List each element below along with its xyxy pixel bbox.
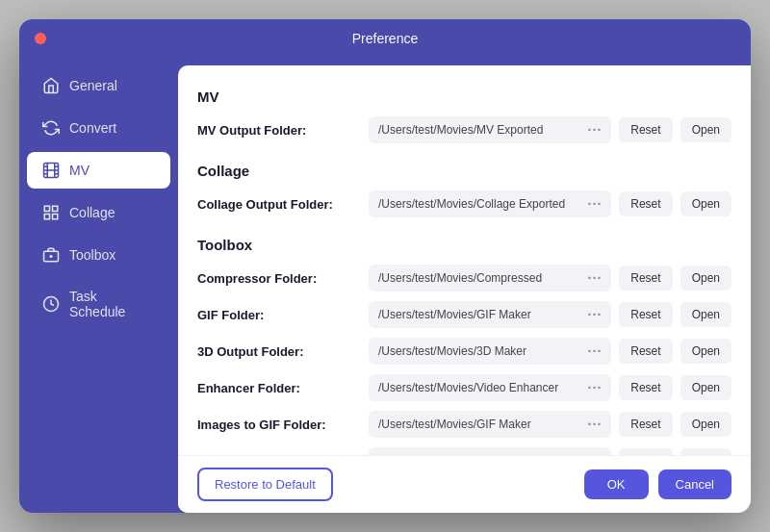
grid-icon [42, 204, 60, 221]
svg-rect-10 [44, 215, 49, 219]
compressor-path-container: /Users/test/Movies/Compressed ··· [369, 265, 611, 291]
images-gif-open[interactable]: Open [680, 412, 732, 437]
collage-output-dots[interactable]: ··· [588, 196, 603, 212]
enhancer-label: Enhancer Folder: [197, 381, 361, 395]
collage-output-row: Collage Output Folder: /Users/test/Movie… [197, 190, 732, 217]
mv-output-label: MV Output Folder: [197, 123, 361, 138]
collage-output-path: /Users/test/Movies/Collage Exported [378, 197, 582, 211]
sidebar-item-collage[interactable]: Collage [27, 194, 170, 231]
collage-output-open[interactable]: Open [680, 191, 732, 216]
3d-output-path-container: /Users/test/Movies/3D Maker ··· [369, 338, 611, 365]
maximize-button[interactable] [69, 33, 81, 44]
mv-section-title: MV [197, 89, 732, 105]
collage-output-reset[interactable]: Reset [619, 191, 672, 216]
collage-section-title: Collage [197, 163, 732, 179]
cancel-button[interactable]: Cancel [658, 469, 732, 499]
sidebar-item-convert[interactable]: Convert [27, 110, 170, 146]
enhancer-path-container: /Users/test/Movies/Video Enhancer ··· [369, 374, 611, 401]
traffic-lights [35, 33, 81, 44]
panel-content: MV MV Output Folder: /Users/test/Movies/… [178, 65, 751, 455]
right-panel: MV MV Output Folder: /Users/test/Movies/… [178, 65, 751, 513]
compressor-dots[interactable]: ··· [588, 270, 603, 286]
close-button[interactable] [35, 33, 46, 44]
panel-footer: Restore to Default OK Cancel [178, 455, 751, 513]
sync-icon [42, 119, 60, 137]
images-gif-path-container: /Users/test/Movies/GIF Maker ··· [369, 411, 611, 438]
enhancer-reset[interactable]: Reset [619, 375, 672, 400]
3d-output-label: 3D Output Folder: [197, 344, 361, 359]
enhancer-open[interactable]: Open [680, 375, 732, 400]
compressor-row: Compressor Folder: /Users/test/Movies/Co… [197, 265, 732, 291]
images-gif-path: /Users/test/Movies/GIF Maker [378, 418, 582, 431]
mv-output-path: /Users/test/Movies/MV Exported [378, 123, 582, 137]
enhancer-path: /Users/test/Movies/Video Enhancer [378, 381, 582, 394]
ok-button[interactable]: OK [584, 469, 649, 499]
video-trimmer-path-container: /Users/test/Movies/Video Trimmer ··· [369, 447, 611, 455]
3d-output-open[interactable]: Open [680, 339, 732, 364]
restore-default-button[interactable]: Restore to Default [197, 468, 333, 501]
mv-output-row: MV Output Folder: /Users/test/Movies/MV … [197, 116, 732, 143]
sidebar-toolbox-label: Toolbox [69, 247, 116, 263]
sidebar-item-mv[interactable]: MV [27, 152, 170, 189]
svg-rect-8 [44, 206, 49, 211]
video-trimmer-reset[interactable]: Reset [619, 448, 672, 455]
toolbox-icon [42, 246, 60, 264]
film-icon [42, 162, 60, 179]
mv-output-dots[interactable]: ··· [588, 122, 603, 138]
images-gif-row: Images to GIF Folder: /Users/test/Movies… [197, 411, 732, 438]
3d-output-dots[interactable]: ··· [588, 343, 603, 359]
sidebar-general-label: General [69, 78, 117, 93]
gif-reset[interactable]: Reset [619, 302, 672, 327]
footer-actions: OK Cancel [584, 469, 732, 499]
gif-dots[interactable]: ··· [588, 307, 603, 322]
sidebar-item-general[interactable]: General [27, 67, 170, 104]
sidebar-item-toolbox[interactable]: Toolbox [27, 237, 170, 273]
preference-window: Preference General [19, 19, 751, 513]
sidebar-mv-label: MV [69, 163, 90, 178]
sidebar-convert-label: Convert [69, 120, 116, 136]
title-bar: Preference [19, 19, 751, 58]
video-trimmer-open[interactable]: Open [680, 448, 732, 455]
sidebar-item-task-schedule[interactable]: Task Schedule [27, 279, 170, 329]
gif-open[interactable]: Open [680, 302, 732, 327]
gif-path-container: /Users/test/Movies/GIF Maker ··· [369, 301, 611, 328]
gif-path: /Users/test/Movies/GIF Maker [378, 308, 582, 321]
gif-row: GIF Folder: /Users/test/Movies/GIF Maker… [197, 301, 732, 328]
toolbox-section-title: Toolbox [197, 237, 732, 253]
video-trimmer-row: Video Trimmer Folder: /Users/test/Movies… [197, 447, 732, 455]
clock-icon [42, 295, 60, 313]
images-gif-label: Images to GIF Folder: [197, 418, 361, 432]
compressor-path: /Users/test/Movies/Compressed [378, 271, 582, 285]
svg-rect-11 [53, 215, 58, 219]
minimize-button[interactable] [52, 33, 64, 44]
compressor-reset[interactable]: Reset [619, 266, 672, 291]
compressor-label: Compressor Folder: [197, 271, 361, 286]
main-content: General Convert [19, 58, 751, 513]
enhancer-dots[interactable]: ··· [588, 380, 603, 395]
3d-output-path: /Users/test/Movies/3D Maker [378, 344, 582, 358]
mv-output-open[interactable]: Open [680, 117, 732, 142]
svg-rect-9 [53, 206, 58, 211]
sidebar-task-label: Task Schedule [69, 289, 155, 319]
mv-output-path-container: /Users/test/Movies/MV Exported ··· [369, 116, 611, 143]
3d-output-reset[interactable]: Reset [619, 339, 672, 364]
3d-output-row: 3D Output Folder: /Users/test/Movies/3D … [197, 338, 732, 365]
gif-label: GIF Folder: [197, 308, 361, 322]
enhancer-row: Enhancer Folder: /Users/test/Movies/Vide… [197, 374, 732, 401]
images-gif-reset[interactable]: Reset [619, 412, 672, 437]
images-gif-dots[interactable]: ··· [588, 417, 603, 432]
home-icon [42, 77, 60, 94]
sidebar-collage-label: Collage [69, 205, 115, 220]
mv-output-reset[interactable]: Reset [619, 117, 672, 142]
collage-output-path-container: /Users/test/Movies/Collage Exported ··· [369, 190, 611, 217]
collage-output-label: Collage Output Folder: [197, 197, 361, 212]
window-title: Preference [352, 31, 418, 46]
compressor-open[interactable]: Open [680, 266, 732, 291]
sidebar: General Convert [19, 58, 178, 513]
